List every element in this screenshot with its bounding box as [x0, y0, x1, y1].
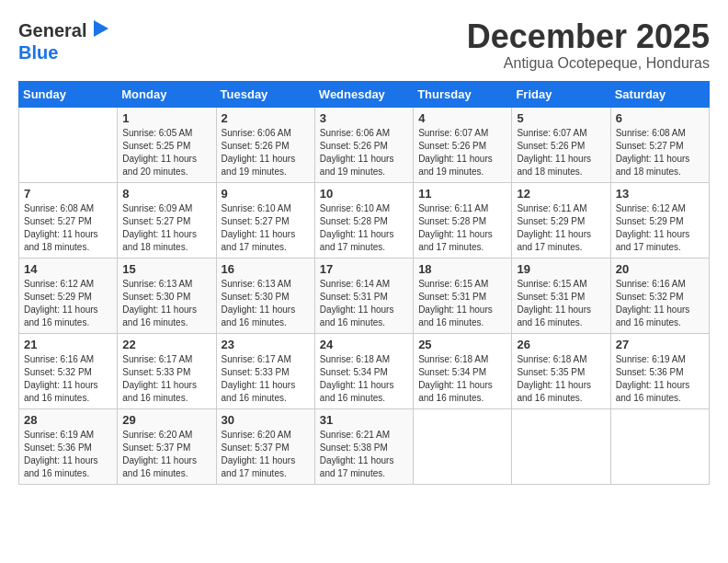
- day-info: Sunrise: 6:08 AM Sunset: 5:27 PM Dayligh…: [616, 127, 704, 178]
- day-number: 3: [320, 111, 408, 125]
- calendar-cell: [19, 107, 118, 182]
- day-number: 24: [320, 338, 408, 351]
- calendar-cell: 20Sunrise: 6:16 AM Sunset: 5:32 PM Dayli…: [610, 258, 709, 333]
- col-thursday: Thursday: [414, 81, 512, 107]
- day-info: Sunrise: 6:12 AM Sunset: 5:29 PM Dayligh…: [616, 202, 704, 254]
- col-wednesday: Wednesday: [314, 81, 413, 107]
- day-info: Sunrise: 6:05 AM Sunset: 5:25 PM Dayligh…: [122, 127, 210, 178]
- day-info: Sunrise: 6:07 AM Sunset: 5:26 PM Dayligh…: [418, 127, 506, 178]
- day-number: 22: [122, 338, 210, 351]
- calendar-cell: 24Sunrise: 6:18 AM Sunset: 5:34 PM Dayli…: [314, 333, 413, 408]
- title-block: December 2025 Antigua Ocotepeque, Hondur…: [467, 18, 710, 72]
- day-info: Sunrise: 6:06 AM Sunset: 5:26 PM Dayligh…: [222, 127, 310, 178]
- day-info: Sunrise: 6:20 AM Sunset: 5:37 PM Dayligh…: [122, 429, 210, 480]
- day-number: 11: [418, 187, 506, 201]
- calendar-cell: 1Sunrise: 6:05 AM Sunset: 5:25 PM Daylig…: [118, 107, 216, 182]
- calendar-cell: 23Sunrise: 6:17 AM Sunset: 5:33 PM Dayli…: [216, 333, 314, 408]
- calendar-week-row: 7Sunrise: 6:08 AM Sunset: 5:27 PM Daylig…: [19, 182, 710, 258]
- calendar-table: Sunday Monday Tuesday Wednesday Thursday…: [18, 81, 710, 485]
- calendar-cell: 5Sunrise: 6:07 AM Sunset: 5:26 PM Daylig…: [512, 107, 610, 182]
- day-info: Sunrise: 6:14 AM Sunset: 5:31 PM Dayligh…: [320, 278, 408, 329]
- svg-marker-0: [94, 20, 108, 37]
- day-info: Sunrise: 6:19 AM Sunset: 5:36 PM Dayligh…: [24, 429, 112, 480]
- day-number: 4: [418, 111, 506, 125]
- calendar-cell: 19Sunrise: 6:15 AM Sunset: 5:31 PM Dayli…: [512, 258, 610, 333]
- day-info: Sunrise: 6:07 AM Sunset: 5:26 PM Dayligh…: [517, 127, 605, 178]
- day-info: Sunrise: 6:21 AM Sunset: 5:38 PM Dayligh…: [320, 429, 408, 480]
- col-sunday: Sunday: [19, 81, 118, 107]
- day-info: Sunrise: 6:15 AM Sunset: 5:31 PM Dayligh…: [517, 278, 605, 329]
- day-info: Sunrise: 6:08 AM Sunset: 5:27 PM Dayligh…: [24, 202, 112, 254]
- day-number: 26: [517, 338, 605, 351]
- calendar-cell: 2Sunrise: 6:06 AM Sunset: 5:26 PM Daylig…: [216, 107, 314, 182]
- day-number: 5: [517, 111, 605, 125]
- calendar-cell: 16Sunrise: 6:13 AM Sunset: 5:30 PM Dayli…: [216, 258, 314, 333]
- logo-general: General: [18, 20, 86, 41]
- calendar-cell: 21Sunrise: 6:16 AM Sunset: 5:32 PM Dayli…: [19, 333, 118, 408]
- day-info: Sunrise: 6:13 AM Sunset: 5:30 PM Dayligh…: [222, 278, 310, 329]
- calendar-cell: 26Sunrise: 6:18 AM Sunset: 5:35 PM Dayli…: [512, 333, 610, 408]
- day-info: Sunrise: 6:10 AM Sunset: 5:28 PM Dayligh…: [320, 202, 408, 254]
- calendar-cell: 31Sunrise: 6:21 AM Sunset: 5:38 PM Dayli…: [314, 408, 413, 484]
- day-number: 28: [24, 413, 112, 427]
- day-number: 19: [517, 262, 605, 276]
- day-number: 31: [320, 413, 408, 427]
- col-monday: Monday: [118, 81, 216, 107]
- day-number: 27: [616, 338, 704, 351]
- logo: General Blue: [18, 18, 110, 63]
- calendar-cell: 28Sunrise: 6:19 AM Sunset: 5:36 PM Dayli…: [19, 408, 118, 484]
- calendar-cell: [610, 408, 709, 484]
- calendar-cell: 18Sunrise: 6:15 AM Sunset: 5:31 PM Dayli…: [414, 258, 512, 333]
- day-info: Sunrise: 6:06 AM Sunset: 5:26 PM Dayligh…: [320, 127, 408, 178]
- day-info: Sunrise: 6:16 AM Sunset: 5:32 PM Dayligh…: [616, 278, 704, 329]
- day-info: Sunrise: 6:18 AM Sunset: 5:35 PM Dayligh…: [517, 353, 605, 405]
- day-info: Sunrise: 6:18 AM Sunset: 5:34 PM Dayligh…: [320, 353, 408, 405]
- day-info: Sunrise: 6:19 AM Sunset: 5:36 PM Dayligh…: [616, 353, 704, 405]
- day-info: Sunrise: 6:12 AM Sunset: 5:29 PM Dayligh…: [24, 278, 112, 329]
- day-number: 21: [24, 338, 112, 351]
- day-info: Sunrise: 6:18 AM Sunset: 5:34 PM Dayligh…: [418, 353, 506, 405]
- day-number: 14: [24, 262, 112, 276]
- location-subtitle: Antigua Ocotepeque, Honduras: [467, 55, 710, 72]
- calendar-week-row: 14Sunrise: 6:12 AM Sunset: 5:29 PM Dayli…: [19, 258, 710, 333]
- logo-blue: Blue: [18, 42, 58, 63]
- day-number: 9: [222, 187, 310, 201]
- calendar-cell: 14Sunrise: 6:12 AM Sunset: 5:29 PM Dayli…: [19, 258, 118, 333]
- calendar-cell: 17Sunrise: 6:14 AM Sunset: 5:31 PM Dayli…: [314, 258, 413, 333]
- day-number: 6: [616, 111, 704, 125]
- month-title: December 2025: [467, 18, 710, 55]
- page-header: General Blue December 2025 Antigua Ocote…: [18, 18, 710, 72]
- calendar-cell: 4Sunrise: 6:07 AM Sunset: 5:26 PM Daylig…: [414, 107, 512, 182]
- day-number: 29: [122, 413, 210, 427]
- day-number: 25: [418, 338, 506, 351]
- day-info: Sunrise: 6:16 AM Sunset: 5:32 PM Dayligh…: [24, 353, 112, 405]
- day-info: Sunrise: 6:15 AM Sunset: 5:31 PM Dayligh…: [418, 278, 506, 329]
- calendar-cell: 7Sunrise: 6:08 AM Sunset: 5:27 PM Daylig…: [19, 182, 118, 258]
- day-info: Sunrise: 6:17 AM Sunset: 5:33 PM Dayligh…: [222, 353, 310, 405]
- day-number: 18: [418, 262, 506, 276]
- calendar-cell: 27Sunrise: 6:19 AM Sunset: 5:36 PM Dayli…: [610, 333, 709, 408]
- day-info: Sunrise: 6:13 AM Sunset: 5:30 PM Dayligh…: [122, 278, 210, 329]
- logo-flag-icon: [90, 18, 110, 39]
- calendar-cell: [414, 408, 512, 484]
- calendar-week-row: 1Sunrise: 6:05 AM Sunset: 5:25 PM Daylig…: [19, 107, 710, 182]
- day-info: Sunrise: 6:11 AM Sunset: 5:29 PM Dayligh…: [517, 202, 605, 254]
- day-info: Sunrise: 6:10 AM Sunset: 5:27 PM Dayligh…: [222, 202, 310, 254]
- day-number: 17: [320, 262, 408, 276]
- calendar-cell: 10Sunrise: 6:10 AM Sunset: 5:28 PM Dayli…: [314, 182, 413, 258]
- calendar-cell: 6Sunrise: 6:08 AM Sunset: 5:27 PM Daylig…: [610, 107, 709, 182]
- col-tuesday: Tuesday: [216, 81, 314, 107]
- day-info: Sunrise: 6:20 AM Sunset: 5:37 PM Dayligh…: [222, 429, 310, 480]
- day-number: 13: [616, 187, 704, 201]
- header-row: Sunday Monday Tuesday Wednesday Thursday…: [19, 81, 710, 107]
- day-number: 15: [122, 262, 210, 276]
- day-number: 10: [320, 187, 408, 201]
- day-info: Sunrise: 6:11 AM Sunset: 5:28 PM Dayligh…: [418, 202, 506, 254]
- calendar-cell: [512, 408, 610, 484]
- day-number: 20: [616, 262, 704, 276]
- day-info: Sunrise: 6:09 AM Sunset: 5:27 PM Dayligh…: [122, 202, 210, 254]
- calendar-cell: 8Sunrise: 6:09 AM Sunset: 5:27 PM Daylig…: [118, 182, 216, 258]
- day-info: Sunrise: 6:17 AM Sunset: 5:33 PM Dayligh…: [122, 353, 210, 405]
- calendar-week-row: 21Sunrise: 6:16 AM Sunset: 5:32 PM Dayli…: [19, 333, 710, 408]
- calendar-cell: 22Sunrise: 6:17 AM Sunset: 5:33 PM Dayli…: [118, 333, 216, 408]
